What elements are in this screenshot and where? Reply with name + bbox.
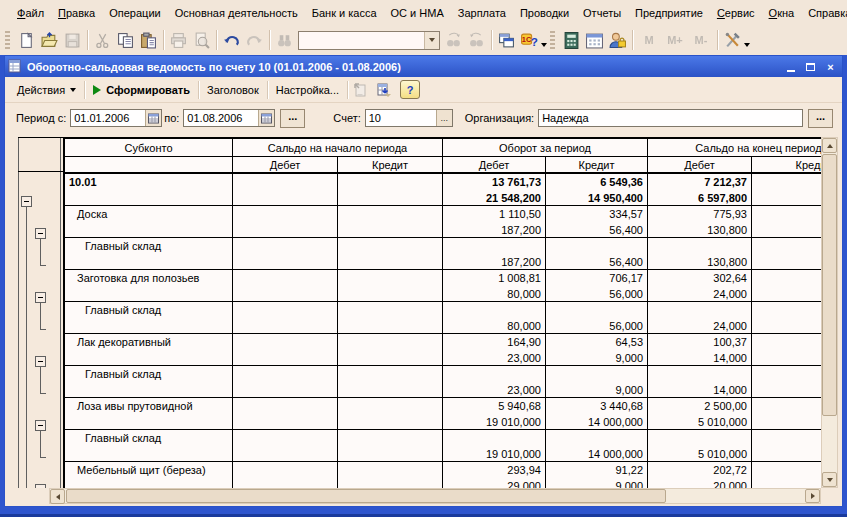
scroll-up-icon[interactable] [822,138,837,153]
amount-cell[interactable]: 24,000 [648,302,752,333]
subconto-cell[interactable]: Главный склад [65,430,233,461]
maximize-button[interactable] [802,59,819,74]
toolbar-grip[interactable] [5,31,10,49]
scroll-left-icon[interactable] [50,489,65,504]
amount-cell[interactable]: 14,000 [648,366,752,397]
scroll-right-icon[interactable] [805,489,820,503]
amount-cell[interactable] [233,174,338,205]
table-row[interactable]: Мебельный щит (береза)293,9429,00091,229… [65,462,823,488]
menu-item-Сервис[interactable]: Сервис [710,4,762,22]
table-row[interactable]: Лоза ивы прутовидной5 940,6819 010,0003 … [65,398,823,430]
amount-cell[interactable] [338,174,443,205]
minimize-button[interactable] [782,59,799,74]
paste-icon[interactable] [137,29,160,51]
cut-icon[interactable] [91,29,114,51]
amount-cell[interactable] [233,398,338,429]
find-previous-icon[interactable] [465,29,488,51]
close-button[interactable]: × [822,59,839,74]
subconto-cell[interactable]: Главный склад [65,238,233,269]
amount-cell[interactable] [338,270,443,301]
subconto-cell[interactable]: Заготовка для полозьев [65,270,233,301]
windows-icon[interactable] [495,29,518,51]
tools-icon[interactable] [721,29,744,51]
amount-cell[interactable] [233,430,338,461]
menu-item-Предприятие[interactable]: Предприятие [628,4,710,22]
amount-cell[interactable] [338,238,443,269]
amount-cell[interactable]: 91,229,000 [546,462,648,488]
copy-icon[interactable] [114,29,137,51]
amount-cell[interactable] [752,366,823,397]
collapse-group-icon[interactable] [35,292,46,303]
onec-help-icon[interactable]: 1С? [518,29,541,51]
amount-cell[interactable] [338,334,443,365]
subconto-cell[interactable]: Главный склад [65,366,233,397]
menu-item-Проводки[interactable]: Проводки [513,4,576,22]
collapse-group-icon[interactable] [35,356,46,367]
report-titlebar[interactable]: Оборотно-сальдовая ведомость по счету 10… [5,56,842,77]
print-preview-icon[interactable] [190,29,213,51]
amount-cell[interactable]: 100,3714,000 [648,334,752,365]
collapse-group-icon[interactable] [35,420,46,431]
amount-cell[interactable]: 302,6424,000 [648,270,752,301]
subconto-cell[interactable]: Лоза ивы прутовидной [65,398,233,429]
amount-cell[interactable] [752,174,823,205]
amount-cell[interactable] [233,238,338,269]
menu-item-Банк и касса[interactable]: Банк и касса [305,4,384,22]
print-icon[interactable] [167,29,190,51]
amount-cell[interactable]: 1 008,8180,000 [443,270,546,301]
amount-cell[interactable] [752,430,823,461]
subconto-cell[interactable]: Главный склад [65,302,233,333]
undo-icon[interactable] [220,29,243,51]
amount-cell[interactable]: 293,9429,000 [443,462,546,488]
table-row[interactable]: Главный склад187,20056,400130,800 [65,238,823,270]
amount-cell[interactable] [752,398,823,429]
settings-button[interactable]: Настройка... [268,80,347,100]
amount-cell[interactable] [233,462,338,488]
amount-cell[interactable]: 334,5756,400 [546,206,648,237]
amount-cell[interactable] [752,334,823,365]
table-settings-icon[interactable] [372,80,396,100]
find-next-icon[interactable] [442,29,465,51]
horizontal-scroll-thumb[interactable] [66,489,666,503]
dropdown-caret-icon[interactable] [541,43,547,47]
amount-cell[interactable] [752,302,823,333]
amount-cell[interactable]: 775,93130,800 [648,206,752,237]
memory-minus-icon[interactable]: M- [688,29,714,51]
table-row[interactable]: Заготовка для полозьев1 008,8180,000706,… [65,270,823,302]
amount-cell[interactable]: 7 212,376 597,800 [648,174,752,205]
amount-cell[interactable]: 19 010,000 [443,430,546,461]
user-monitor-icon[interactable] [606,29,629,51]
amount-cell[interactable]: 9,000 [546,366,648,397]
dropdown-caret-icon[interactable] [744,43,750,47]
amount-cell[interactable] [338,366,443,397]
vertical-scrollbar[interactable] [821,137,838,488]
toolbar-grip[interactable] [550,31,555,49]
amount-cell[interactable]: 130,800 [648,238,752,269]
horizontal-scrollbar[interactable] [49,488,821,504]
calendar-icon[interactable] [583,29,606,51]
quick-search-combo[interactable] [298,31,440,50]
menu-item-Зарплата[interactable]: Зарплата [451,4,513,22]
vertical-scroll-thumb[interactable] [822,154,837,416]
amount-cell[interactable]: 13 761,7321 548,200 [443,174,546,205]
actions-button[interactable]: Действия [9,80,84,100]
amount-cell[interactable] [338,206,443,237]
calculator-icon[interactable] [560,29,583,51]
amount-cell[interactable]: 164,9023,000 [443,334,546,365]
amount-cell[interactable]: 187,200 [443,238,546,269]
subconto-cell[interactable]: Доска [65,206,233,237]
subconto-cell[interactable]: Мебельный щит (береза) [65,462,233,488]
open-icon[interactable] [38,29,61,51]
subconto-cell[interactable]: 10.01 [65,174,233,205]
menu-item-Отчеты[interactable]: Отчеты [576,4,628,22]
combo-dropdown-icon[interactable] [424,32,439,49]
amount-cell[interactable] [233,302,338,333]
restore-report-icon[interactable] [348,80,372,100]
amount-cell[interactable]: 3 440,6814 000,000 [546,398,648,429]
amount-cell[interactable] [752,462,823,488]
amount-cell[interactable] [338,302,443,333]
amount-cell[interactable] [233,270,338,301]
amount-cell[interactable] [338,430,443,461]
amount-cell[interactable] [752,270,823,301]
table-row[interactable]: Лак декоративный164,9023,00064,539,00010… [65,334,823,366]
